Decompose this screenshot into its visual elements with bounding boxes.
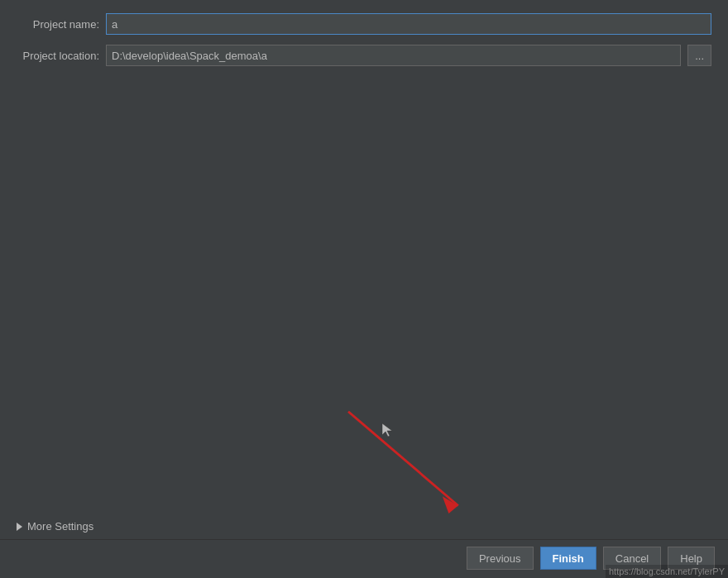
more-settings-label: More Settings bbox=[27, 520, 93, 533]
project-location-label: Project location: bbox=[17, 50, 99, 62]
project-name-label: Project name: bbox=[17, 18, 99, 31]
svg-line-0 bbox=[348, 412, 458, 506]
new-project-dialog: Project name: Project location: ... More… bbox=[0, 0, 728, 578]
finish-button[interactable]: Finish bbox=[540, 547, 596, 570]
mouse-cursor bbox=[381, 422, 394, 441]
project-name-row: Project name: bbox=[17, 13, 711, 35]
form-area: Project name: Project location: ... bbox=[0, 0, 728, 74]
project-location-row: Project location: ... bbox=[17, 45, 711, 66]
project-location-input[interactable] bbox=[106, 45, 681, 66]
watermark: https://blog.csdn.net/TylerPY bbox=[606, 565, 728, 578]
main-content bbox=[0, 74, 728, 514]
svg-marker-1 bbox=[443, 496, 458, 514]
svg-marker-2 bbox=[382, 423, 392, 437]
arrow-annotation bbox=[0, 74, 728, 514]
chevron-right-icon bbox=[17, 523, 22, 531]
browse-button[interactable]: ... bbox=[687, 45, 711, 66]
project-name-input[interactable] bbox=[106, 13, 711, 35]
more-settings-row[interactable]: More Settings bbox=[0, 514, 728, 539]
previous-button[interactable]: Previous bbox=[467, 547, 534, 570]
